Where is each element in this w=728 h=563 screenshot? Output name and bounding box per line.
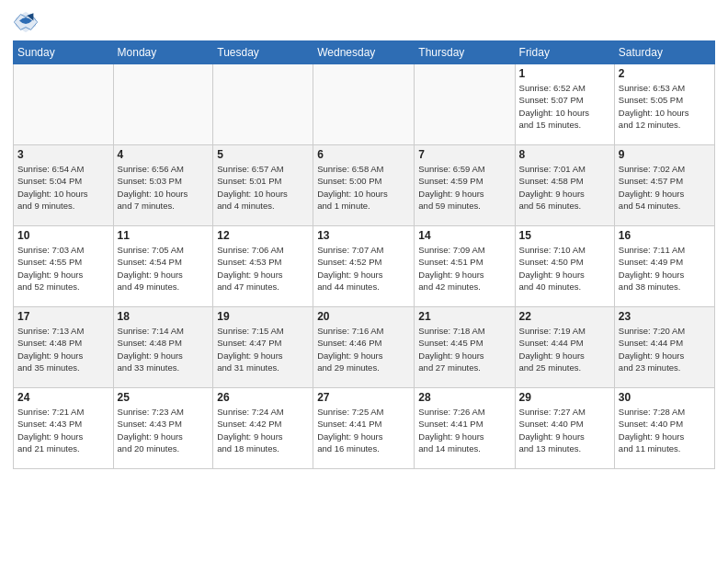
calendar-cell: 20Sunrise: 7:16 AM Sunset: 4:46 PM Dayli… bbox=[313, 307, 415, 388]
weekday-header-saturday: Saturday bbox=[614, 41, 714, 64]
calendar-cell: 29Sunrise: 7:27 AM Sunset: 4:40 PM Dayli… bbox=[515, 388, 614, 469]
day-info: Sunrise: 7:06 AM Sunset: 4:53 PM Dayligh… bbox=[217, 244, 309, 293]
day-info: Sunrise: 7:11 AM Sunset: 4:49 PM Dayligh… bbox=[619, 244, 711, 293]
day-info: Sunrise: 7:20 AM Sunset: 4:44 PM Dayligh… bbox=[619, 325, 711, 373]
day-info: Sunrise: 7:15 AM Sunset: 4:47 PM Dayligh… bbox=[217, 325, 309, 373]
calendar-cell bbox=[14, 64, 114, 145]
day-number: 20 bbox=[317, 310, 410, 323]
day-info: Sunrise: 7:23 AM Sunset: 4:43 PM Dayligh… bbox=[118, 406, 210, 454]
weekday-header-sunday: Sunday bbox=[14, 41, 114, 64]
calendar-cell: 28Sunrise: 7:26 AM Sunset: 4:41 PM Dayli… bbox=[415, 388, 515, 469]
calendar-cell: 22Sunrise: 7:19 AM Sunset: 4:44 PM Dayli… bbox=[515, 307, 614, 388]
calendar-cell: 15Sunrise: 7:10 AM Sunset: 4:50 PM Dayli… bbox=[515, 226, 614, 307]
day-info: Sunrise: 7:14 AM Sunset: 4:48 PM Dayligh… bbox=[118, 325, 210, 373]
day-number: 15 bbox=[519, 229, 610, 242]
calendar-cell bbox=[113, 64, 213, 145]
calendar-cell: 17Sunrise: 7:13 AM Sunset: 4:48 PM Dayli… bbox=[14, 307, 114, 388]
day-number: 13 bbox=[317, 229, 410, 242]
calendar-week-0: 1Sunrise: 6:52 AM Sunset: 5:07 PM Daylig… bbox=[14, 64, 715, 145]
day-info: Sunrise: 7:10 AM Sunset: 4:50 PM Dayligh… bbox=[519, 244, 610, 293]
page: SundayMondayTuesdayWednesdayThursdayFrid… bbox=[0, 0, 728, 563]
day-number: 21 bbox=[418, 310, 510, 323]
day-number: 14 bbox=[418, 229, 510, 242]
weekday-header-tuesday: Tuesday bbox=[213, 41, 313, 64]
calendar-cell: 9Sunrise: 7:02 AM Sunset: 4:57 PM Daylig… bbox=[614, 145, 714, 226]
calendar-week-1: 3Sunrise: 6:54 AM Sunset: 5:04 PM Daylig… bbox=[14, 145, 715, 226]
calendar-cell: 25Sunrise: 7:23 AM Sunset: 4:43 PM Dayli… bbox=[113, 388, 213, 469]
day-info: Sunrise: 7:28 AM Sunset: 4:40 PM Dayligh… bbox=[619, 406, 711, 454]
day-info: Sunrise: 7:25 AM Sunset: 4:41 PM Dayligh… bbox=[317, 406, 410, 454]
day-number: 18 bbox=[118, 310, 210, 323]
day-number: 17 bbox=[17, 310, 109, 323]
day-info: Sunrise: 6:58 AM Sunset: 5:00 PM Dayligh… bbox=[317, 163, 410, 212]
calendar-cell: 13Sunrise: 7:07 AM Sunset: 4:52 PM Dayli… bbox=[313, 226, 415, 307]
calendar-cell: 21Sunrise: 7:18 AM Sunset: 4:45 PM Dayli… bbox=[415, 307, 515, 388]
day-number: 30 bbox=[619, 391, 711, 404]
calendar-cell: 4Sunrise: 6:56 AM Sunset: 5:03 PM Daylig… bbox=[113, 145, 213, 226]
day-number: 22 bbox=[519, 310, 610, 323]
day-number: 26 bbox=[217, 391, 309, 404]
day-info: Sunrise: 6:59 AM Sunset: 4:59 PM Dayligh… bbox=[418, 163, 510, 212]
calendar-cell: 2Sunrise: 6:53 AM Sunset: 5:05 PM Daylig… bbox=[614, 64, 714, 145]
calendar-cell: 27Sunrise: 7:25 AM Sunset: 4:41 PM Dayli… bbox=[313, 388, 415, 469]
day-info: Sunrise: 7:27 AM Sunset: 4:40 PM Dayligh… bbox=[519, 406, 610, 454]
day-info: Sunrise: 6:53 AM Sunset: 5:05 PM Dayligh… bbox=[619, 82, 711, 131]
day-number: 3 bbox=[17, 148, 109, 161]
day-info: Sunrise: 7:21 AM Sunset: 4:43 PM Dayligh… bbox=[17, 406, 109, 454]
calendar-cell: 23Sunrise: 7:20 AM Sunset: 4:44 PM Dayli… bbox=[614, 307, 714, 388]
day-info: Sunrise: 7:03 AM Sunset: 4:55 PM Dayligh… bbox=[17, 244, 109, 293]
calendar-cell: 24Sunrise: 7:21 AM Sunset: 4:43 PM Dayli… bbox=[14, 388, 114, 469]
weekday-header-row: SundayMondayTuesdayWednesdayThursdayFrid… bbox=[14, 41, 715, 64]
calendar-cell: 19Sunrise: 7:15 AM Sunset: 4:47 PM Dayli… bbox=[213, 307, 313, 388]
logo-icon bbox=[13, 9, 39, 35]
day-info: Sunrise: 7:26 AM Sunset: 4:41 PM Dayligh… bbox=[418, 406, 510, 454]
day-info: Sunrise: 7:02 AM Sunset: 4:57 PM Dayligh… bbox=[619, 163, 711, 212]
day-number: 12 bbox=[217, 229, 309, 242]
calendar-week-3: 17Sunrise: 7:13 AM Sunset: 4:48 PM Dayli… bbox=[14, 307, 715, 388]
calendar-cell: 3Sunrise: 6:54 AM Sunset: 5:04 PM Daylig… bbox=[14, 145, 114, 226]
calendar-cell bbox=[415, 64, 515, 145]
day-number: 1 bbox=[519, 67, 610, 80]
day-number: 9 bbox=[619, 148, 711, 161]
day-number: 10 bbox=[17, 229, 109, 242]
day-info: Sunrise: 6:54 AM Sunset: 5:04 PM Dayligh… bbox=[17, 163, 109, 212]
day-number: 29 bbox=[519, 391, 610, 404]
day-info: Sunrise: 6:56 AM Sunset: 5:03 PM Dayligh… bbox=[118, 163, 210, 212]
calendar-cell: 12Sunrise: 7:06 AM Sunset: 4:53 PM Dayli… bbox=[213, 226, 313, 307]
calendar-week-2: 10Sunrise: 7:03 AM Sunset: 4:55 PM Dayli… bbox=[14, 226, 715, 307]
day-info: Sunrise: 6:57 AM Sunset: 5:01 PM Dayligh… bbox=[217, 163, 309, 212]
calendar-cell bbox=[213, 64, 313, 145]
day-number: 11 bbox=[118, 229, 210, 242]
day-number: 8 bbox=[519, 148, 610, 161]
day-info: Sunrise: 7:07 AM Sunset: 4:52 PM Dayligh… bbox=[317, 244, 410, 293]
calendar-cell: 30Sunrise: 7:28 AM Sunset: 4:40 PM Dayli… bbox=[614, 388, 714, 469]
weekday-header-monday: Monday bbox=[113, 41, 213, 64]
day-info: Sunrise: 7:18 AM Sunset: 4:45 PM Dayligh… bbox=[418, 325, 510, 373]
calendar-cell: 16Sunrise: 7:11 AM Sunset: 4:49 PM Dayli… bbox=[614, 226, 714, 307]
day-number: 2 bbox=[619, 67, 711, 80]
calendar-cell: 26Sunrise: 7:24 AM Sunset: 4:42 PM Dayli… bbox=[213, 388, 313, 469]
day-number: 16 bbox=[619, 229, 711, 242]
day-info: Sunrise: 6:52 AM Sunset: 5:07 PM Dayligh… bbox=[519, 82, 610, 131]
header bbox=[13, 9, 715, 35]
calendar-cell: 6Sunrise: 6:58 AM Sunset: 5:00 PM Daylig… bbox=[313, 145, 415, 226]
day-info: Sunrise: 7:05 AM Sunset: 4:54 PM Dayligh… bbox=[118, 244, 210, 293]
day-number: 4 bbox=[118, 148, 210, 161]
day-info: Sunrise: 7:01 AM Sunset: 4:58 PM Dayligh… bbox=[519, 163, 610, 212]
weekday-header-wednesday: Wednesday bbox=[313, 41, 415, 64]
calendar-week-4: 24Sunrise: 7:21 AM Sunset: 4:43 PM Dayli… bbox=[14, 388, 715, 469]
day-number: 7 bbox=[418, 148, 510, 161]
day-info: Sunrise: 7:16 AM Sunset: 4:46 PM Dayligh… bbox=[317, 325, 410, 373]
calendar-cell: 10Sunrise: 7:03 AM Sunset: 4:55 PM Dayli… bbox=[14, 226, 114, 307]
calendar-cell: 18Sunrise: 7:14 AM Sunset: 4:48 PM Dayli… bbox=[113, 307, 213, 388]
day-number: 5 bbox=[217, 148, 309, 161]
weekday-header-friday: Friday bbox=[515, 41, 614, 64]
calendar-cell: 11Sunrise: 7:05 AM Sunset: 4:54 PM Dayli… bbox=[113, 226, 213, 307]
day-number: 23 bbox=[619, 310, 711, 323]
day-number: 6 bbox=[317, 148, 410, 161]
day-info: Sunrise: 7:09 AM Sunset: 4:51 PM Dayligh… bbox=[418, 244, 510, 293]
calendar-cell: 14Sunrise: 7:09 AM Sunset: 4:51 PM Dayli… bbox=[415, 226, 515, 307]
day-info: Sunrise: 7:13 AM Sunset: 4:48 PM Dayligh… bbox=[17, 325, 109, 373]
calendar-cell bbox=[313, 64, 415, 145]
logo bbox=[13, 9, 42, 35]
